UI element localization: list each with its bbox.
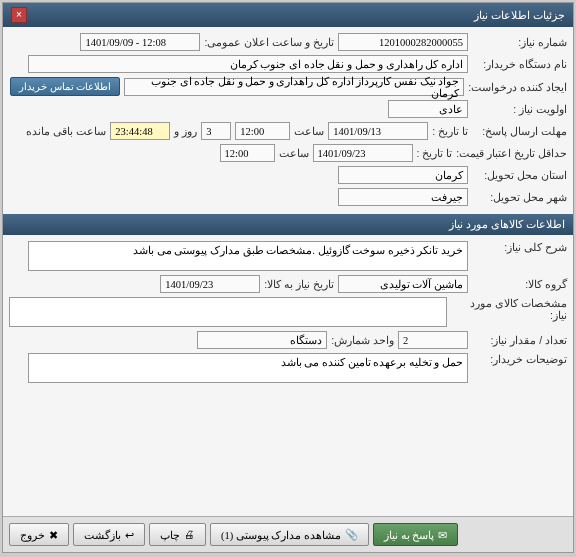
deadline-label: مهلت ارسال پاسخ: xyxy=(472,125,567,137)
deadline-date-field: 1401/09/13 xyxy=(328,122,428,140)
back-button[interactable]: ↩ بازگشت xyxy=(73,523,145,546)
exit-icon: ✖ xyxy=(49,529,58,541)
attachments-button[interactable]: 📎 مشاهده مدارک پیوستی (1) xyxy=(210,523,369,546)
need-no-field: 1201000282000055 xyxy=(338,33,468,51)
close-icon[interactable]: × xyxy=(11,7,27,23)
print-icon: 🖨 xyxy=(184,529,195,540)
province-label: استان محل تحویل: xyxy=(472,169,567,181)
days-and-label: روز و xyxy=(174,125,197,137)
spec-label: مشخصات کالای مورد نیاز: xyxy=(451,297,567,321)
attachments-label: مشاهده مدارک پیوستی (1) xyxy=(221,529,341,541)
print-label: چاپ xyxy=(160,529,180,541)
buyer-org-label: نام دستگاه خریدار: xyxy=(472,58,567,70)
dialog-window: جزئیات اطلاعات نیاز × شماره نیاز: 120100… xyxy=(2,2,574,553)
back-icon: ↩ xyxy=(125,529,134,541)
price-valid-to-label: تا تاریخ : xyxy=(417,147,453,159)
announce-label: تاریخ و ساعت اعلان عمومی: xyxy=(204,36,334,48)
priority-label: اولویت نیاز : xyxy=(472,103,567,115)
spec-field xyxy=(9,297,447,327)
titlebar: جزئیات اطلاعات نیاز × xyxy=(3,3,573,27)
group-field: ماشین آلات تولیدی xyxy=(338,275,468,293)
countdown-suffix: ساعت باقی مانده xyxy=(26,125,106,137)
buyer-notes-label: توضیحات خریدار: xyxy=(472,353,567,365)
price-valid-time-field: 12:00 xyxy=(220,144,275,162)
footer-bar: ✉ پاسخ به نیاز 📎 مشاهده مدارک پیوستی (1)… xyxy=(3,516,573,552)
announce-field: 1401/09/09 - 12:08 xyxy=(80,33,200,51)
back-label: بازگشت xyxy=(84,529,121,541)
reply-icon: ✉ xyxy=(438,529,447,541)
creator-label: ایجاد کننده درخواست: xyxy=(468,81,567,93)
priority-field: عادی xyxy=(388,100,468,118)
countdown-field: 23:44:48 xyxy=(110,122,170,140)
buyer-org-field: اداره کل راهداری و حمل و نقل جاده ای جنو… xyxy=(28,55,468,73)
qty-field: 2 xyxy=(398,331,468,349)
buyer-notes-field: حمل و تخلیه برعهده تامین کننده می باشد xyxy=(28,353,468,383)
exit-button[interactable]: ✖ خروج xyxy=(9,523,69,546)
deadline-to-label: تا تاریخ : xyxy=(432,125,468,137)
creator-field: جواد نیک نفس کارپرداز اداره کل راهداری و… xyxy=(124,78,464,96)
price-valid-date-field: 1401/09/23 xyxy=(313,144,413,162)
city-label: شهر محل تحویل: xyxy=(472,191,567,203)
unit-label: واحد شمارش: xyxy=(331,334,394,346)
qty-label: تعداد / مقدار نیاز: xyxy=(472,334,567,346)
deadline-time-label: ساعت xyxy=(294,125,324,137)
desc-label: شرح کلی نیاز: xyxy=(472,241,567,253)
price-valid-time-label: ساعت xyxy=(279,147,309,159)
attachment-icon: 📎 xyxy=(345,528,358,541)
exit-label: خروج xyxy=(20,529,45,541)
deadline-time-field: 12:00 xyxy=(235,122,290,140)
price-valid-label: حداقل تاریخ اعتبار قیمت: xyxy=(456,147,567,159)
desc-field: خرید تانکر ذخیره سوخت گازوئیل .مشخصات طب… xyxy=(28,241,468,271)
unit-field: دستگاه xyxy=(197,331,327,349)
group-label: گروه کالا: xyxy=(472,278,567,290)
need-date-field: 1401/09/23 xyxy=(160,275,260,293)
need-no-label: شماره نیاز: xyxy=(472,36,567,48)
respond-button[interactable]: ✉ پاسخ به نیاز xyxy=(373,523,458,546)
respond-label: پاسخ به نیاز xyxy=(384,529,434,541)
section-items-header: اطلاعات کالاهای مورد نیاز xyxy=(3,214,573,235)
content-area: شماره نیاز: 1201000282000055 تاریخ و ساع… xyxy=(3,27,573,516)
province-field: کرمان xyxy=(338,166,468,184)
window-title: جزئیات اطلاعات نیاز xyxy=(27,9,565,22)
city-field: جیرفت xyxy=(338,188,468,206)
buyer-contact-button[interactable]: اطلاعات تماس خریدار xyxy=(10,77,120,96)
days-field: 3 xyxy=(201,122,231,140)
print-button[interactable]: 🖨 چاپ xyxy=(149,523,206,546)
need-date-label: تاریخ نیاز به کالا: xyxy=(264,278,334,290)
